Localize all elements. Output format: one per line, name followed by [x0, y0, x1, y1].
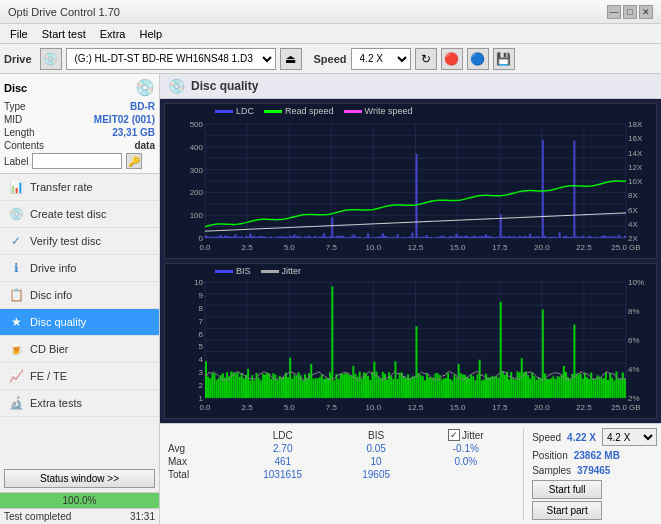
col-empty	[164, 428, 230, 442]
settings-button1[interactable]: 🔴	[441, 48, 463, 70]
settings-button2[interactable]: 🔵	[467, 48, 489, 70]
main-layout: Disc 💿 Type BD-R MID MEIT02 (001) Length…	[0, 74, 661, 524]
stats-table: LDC BIS ✓ Jitter Avg	[164, 428, 515, 520]
menu-bar: File Start test Extra Help	[0, 24, 661, 44]
nav-disc-quality[interactable]: ★ Disc quality	[0, 309, 159, 336]
label-input[interactable]	[32, 153, 122, 169]
nav-cd-bier[interactable]: 🍺 CD Bier	[0, 336, 159, 363]
max-ldc: 461	[230, 455, 336, 468]
length-value: 23,31 GB	[112, 127, 155, 138]
bis-canvas	[165, 264, 656, 418]
read-speed-legend-label: Read speed	[285, 106, 334, 116]
fe-te-icon: 📈	[8, 368, 24, 384]
nav-drive-info[interactable]: ℹ Drive info	[0, 255, 159, 282]
speed-label: Speed	[314, 53, 347, 65]
save-button[interactable]: 💾	[493, 48, 515, 70]
nav-disc-info-label: Disc info	[30, 289, 72, 301]
nav-verify-test-disc[interactable]: ✓ Verify test disc	[0, 228, 159, 255]
menu-help[interactable]: Help	[133, 26, 168, 42]
sidebar: Disc 💿 Type BD-R MID MEIT02 (001) Length…	[0, 74, 160, 524]
ldc-chart: LDC Read speed Write speed	[164, 103, 657, 259]
mid-value: MEIT02 (001)	[94, 114, 155, 125]
progress-text: 100.0%	[0, 493, 159, 508]
cd-bier-icon: 🍺	[8, 341, 24, 357]
drive-info-icon: ℹ	[8, 260, 24, 276]
label-edit-button[interactable]: 🔑	[126, 153, 142, 169]
status-time: 31:31	[130, 511, 155, 522]
jitter-checkbox[interactable]: ✓	[448, 429, 460, 441]
transfer-rate-icon: 📊	[8, 179, 24, 195]
nav-disc-quality-label: Disc quality	[30, 316, 86, 328]
create-test-disc-icon: 💿	[8, 206, 24, 222]
bis-legend-label: BIS	[236, 266, 251, 276]
bis-chart: BIS Jitter	[164, 263, 657, 419]
col-bis: BIS	[336, 428, 417, 442]
nav-items: 📊 Transfer rate 💿 Create test disc ✓ Ver…	[0, 174, 159, 465]
menu-extra[interactable]: Extra	[94, 26, 132, 42]
total-row-label: Total	[164, 468, 230, 481]
speed-selector[interactable]: 4.2 X	[351, 48, 411, 70]
toolbar: Drive 💿 (G:) HL-DT-ST BD-RE WH16NS48 1.D…	[0, 44, 661, 74]
content-panel: 💿 Disc quality LDC Read speed	[160, 74, 661, 524]
maximize-button[interactable]: □	[623, 5, 637, 19]
nav-create-test-disc[interactable]: 💿 Create test disc	[0, 201, 159, 228]
nav-extra-tests-label: Extra tests	[30, 397, 82, 409]
nav-fe-te[interactable]: 📈 FE / TE	[0, 363, 159, 390]
start-part-button[interactable]: Start part	[532, 501, 602, 520]
write-speed-legend-label: Write speed	[365, 106, 413, 116]
drive-selector[interactable]: (G:) HL-DT-ST BD-RE WH16NS48 1.D3	[66, 48, 276, 70]
menu-file[interactable]: File	[4, 26, 34, 42]
status-window-button[interactable]: Status window >>	[4, 469, 155, 488]
max-bis: 10	[336, 455, 417, 468]
avg-jitter: -0.1%	[417, 442, 516, 455]
refresh-button[interactable]: ↻	[415, 48, 437, 70]
sidebar-bottom: Status window >> 100.0% Test completed 3…	[0, 465, 159, 524]
speed-select-stats[interactable]: 4.2 X	[602, 428, 657, 446]
verify-test-disc-icon: ✓	[8, 233, 24, 249]
nav-verify-test-disc-label: Verify test disc	[30, 235, 101, 247]
nav-disc-info[interactable]: 📋 Disc info	[0, 282, 159, 309]
disc-panel: Disc 💿 Type BD-R MID MEIT02 (001) Length…	[0, 74, 159, 174]
status-bar: Test completed 31:31	[0, 508, 159, 524]
drive-icon: 💿	[40, 48, 62, 70]
title-bar: Opti Drive Control 1.70 — □ ✕	[0, 0, 661, 24]
position-label: Position	[532, 450, 568, 461]
ldc-legend-label: LDC	[236, 106, 254, 116]
col-jitter-check: ✓ Jitter	[417, 428, 516, 442]
speed-stat-value: 4.22 X	[567, 432, 596, 443]
total-bis: 19605	[336, 468, 417, 481]
position-value: 23862 MB	[574, 450, 620, 461]
type-value: BD-R	[130, 101, 155, 112]
start-full-button[interactable]: Start full	[532, 480, 602, 499]
nav-create-test-disc-label: Create test disc	[30, 208, 106, 220]
contents-value: data	[134, 140, 155, 151]
nav-extra-tests[interactable]: 🔬 Extra tests	[0, 390, 159, 417]
nav-transfer-rate-label: Transfer rate	[30, 181, 93, 193]
disc-info-icon: 📋	[8, 287, 24, 303]
eject-button[interactable]: ⏏	[280, 48, 302, 70]
total-ldc: 1031615	[230, 468, 336, 481]
right-stats: Speed 4.22 X 4.2 X Position 23862 MB Sam…	[523, 428, 657, 520]
nav-transfer-rate[interactable]: 📊 Transfer rate	[0, 174, 159, 201]
samples-value: 379465	[577, 465, 610, 476]
menu-start-test[interactable]: Start test	[36, 26, 92, 42]
jitter-col-label: Jitter	[462, 430, 484, 441]
content-title: Disc quality	[191, 79, 258, 93]
max-jitter: 0.0%	[417, 455, 516, 468]
mid-label: MID	[4, 114, 22, 125]
speed-stat-label: Speed	[532, 432, 561, 443]
samples-label: Samples	[532, 465, 571, 476]
disc-image-icon: 💿	[135, 78, 155, 97]
extra-tests-icon: 🔬	[8, 395, 24, 411]
total-jitter	[417, 468, 516, 481]
minimize-button[interactable]: —	[607, 5, 621, 19]
jitter-legend-label: Jitter	[282, 266, 302, 276]
window-controls: — □ ✕	[607, 5, 653, 19]
nav-drive-info-label: Drive info	[30, 262, 76, 274]
contents-label: Contents	[4, 140, 44, 151]
avg-bis: 0.05	[336, 442, 417, 455]
close-button[interactable]: ✕	[639, 5, 653, 19]
label-text: Label	[4, 156, 28, 167]
nav-cd-bier-label: CD Bier	[30, 343, 69, 355]
disc-quality-icon: ★	[8, 314, 24, 330]
